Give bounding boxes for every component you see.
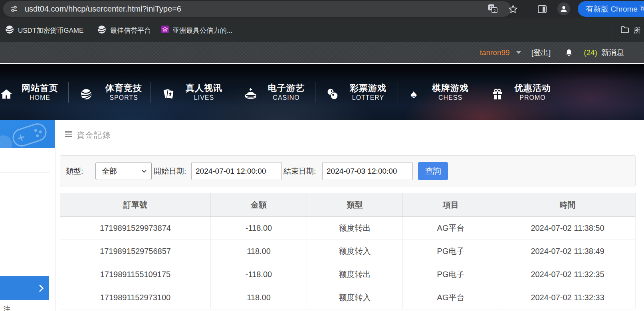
col-header-item: 項目 <box>403 193 499 216</box>
url-text[interactable]: usdt04.com/hhcp/usercenter.html?iniType=… <box>25 0 181 18</box>
title-divider <box>60 151 636 151</box>
all-bookmarks-label: 所 <box>634 26 640 35</box>
globe-favicon-icon <box>5 25 14 36</box>
sidebar-border <box>55 148 55 311</box>
start-date-label: 開始日期: <box>154 162 186 180</box>
nav-item-casino[interactable]: 电子游艺 <box>246 82 326 94</box>
col-header-type: 類型 <box>307 193 403 216</box>
cell-type: 额度转入 <box>307 240 403 263</box>
list-icon <box>65 131 72 138</box>
folder-icon <box>620 25 630 36</box>
col-header-amount: 金額 <box>211 193 307 216</box>
col-header-order: 訂單號 <box>60 193 211 216</box>
table-row: 1719891155109175 -118.00 额度转出 PG电子 2024-… <box>60 263 636 286</box>
cell-item: PG电子 <box>403 263 499 286</box>
sidebar-divider <box>0 172 50 173</box>
bookmarks-bar: USDT加密货币GAME 最佳信誉平台 亚洲最具公信力的... <box>0 18 644 42</box>
nav-item-sports-sub[interactable]: SPORTS <box>84 94 164 101</box>
bookmark-label: 最佳信誉平台 <box>110 26 151 35</box>
cell-order-no: 1719891155109175 <box>60 263 211 286</box>
userbar-divider <box>558 48 558 57</box>
chevron-down-icon <box>141 168 147 174</box>
nav-item-casino-sub[interactable]: CASINO <box>246 94 326 101</box>
chevron-right-icon <box>36 283 46 293</box>
type-select-value: 全部 <box>102 166 117 176</box>
main-nav: 网站首页 HOME 体育竞技 SPORTS 真人视讯 <box>0 64 644 120</box>
cell-item: AG平台 <box>403 217 499 240</box>
cell-order-no: 1719891529756857 <box>60 240 211 263</box>
all-bookmarks-button[interactable]: 所 <box>620 18 640 42</box>
start-date-input[interactable] <box>191 162 282 180</box>
type-select[interactable]: 全部 <box>95 162 152 180</box>
unread-label[interactable]: 新消息 <box>601 48 624 58</box>
bookmark-star-icon[interactable] <box>508 4 518 16</box>
cell-type: 额度转出 <box>307 217 403 240</box>
cell-time: 2024-07-02 11:32:33 <box>499 286 636 309</box>
nav-item-chess-sub[interactable]: CHESS <box>410 94 490 101</box>
nav-item-sports[interactable]: 体育竞技 <box>84 82 164 94</box>
table-row: 1719891529973874 -118.00 额度转出 AG平台 2024-… <box>60 217 636 240</box>
translate-icon[interactable]: G 文 <box>487 4 498 16</box>
globe-favicon-icon <box>97 25 107 36</box>
cell-time: 2024-07-02 11:38:50 <box>499 217 636 240</box>
bookmark-label: USDT加密货币GAME <box>18 26 83 35</box>
sidebar-expand-button[interactable] <box>0 276 49 300</box>
flower-favicon-icon <box>161 26 169 35</box>
query-button[interactable]: 查詢 <box>418 162 448 180</box>
cell-amount: -118.00 <box>211 263 307 286</box>
browser-toolbar: usdt04.com/hhcp/usercenter.html?iniType=… <box>0 0 644 18</box>
nav-item-home[interactable]: 网站首页 <box>0 82 80 94</box>
nav-item-lottery-sub[interactable]: LOTTERY <box>328 94 408 101</box>
cell-amount: 118.00 <box>211 240 307 263</box>
type-label: 類型: <box>66 162 83 180</box>
chrome-update-button[interactable]: 有新版 Chrome 可 <box>578 1 644 17</box>
cell-order-no: 1719891152973100 <box>60 286 211 309</box>
username-link[interactable]: tanron99 <box>480 48 510 57</box>
cell-amount: 118.00 <box>211 286 307 309</box>
cell-item: AG平台 <box>403 286 499 309</box>
cell-type: 额度转入 <box>307 286 403 309</box>
table-row: 1719891152973100 118.00 额度转入 AG平台 2024-0… <box>60 286 636 309</box>
nav-item-lives[interactable]: 真人视讯 <box>164 82 244 94</box>
svg-text:文: 文 <box>493 9 497 13</box>
cell-order-no: 1719891529973874 <box>60 217 211 240</box>
side-panel-icon[interactable] <box>537 4 547 16</box>
table-row: 1719891529756857 118.00 额度转入 PG电子 2024-0… <box>60 240 636 263</box>
sidebar-partial-text: 注 <box>3 304 11 311</box>
nav-item-chess[interactable]: 棋牌游戏 <box>410 82 490 94</box>
nav-item-promo-sub[interactable]: PROMO <box>493 94 573 101</box>
sidebar-banner <box>0 120 55 148</box>
cell-time: 2024-07-02 11:32:35 <box>499 263 636 286</box>
funds-record-table: 訂單號 金額 類型 項目 時間 1719891529973874 -118.00… <box>60 193 636 309</box>
col-header-time: 時間 <box>499 193 636 216</box>
screenshot-root: usdt04.com/hhcp/usercenter.html?iniType=… <box>0 0 644 311</box>
logout-link[interactable]: [登出] <box>531 48 551 58</box>
end-date-label: 結束日期: <box>283 162 316 180</box>
site-user-bar: tanron99 [登出] (24) 新消息 <box>0 42 644 63</box>
cell-type: 额度转出 <box>307 263 403 286</box>
nav-item-lottery[interactable]: 彩票游戏 <box>328 82 408 94</box>
nav-item-promo[interactable]: 优惠活动 <box>493 82 573 94</box>
bookmark-item[interactable]: 最佳信誉平台 <box>97 18 151 42</box>
end-date-input[interactable] <box>322 162 413 180</box>
profile-avatar[interactable] <box>557 2 570 15</box>
bookmarks-divider <box>612 25 612 36</box>
bookmark-label: 亚洲最具公信力的... <box>172 26 232 35</box>
table-header-row: 訂單號 金額 類型 項目 時間 <box>60 193 636 217</box>
filter-panel: 類型: 全部 開始日期: 結束日期: 查詢 <box>60 155 636 186</box>
cell-time: 2024-07-02 11:38:49 <box>499 240 636 263</box>
cell-item: PG电子 <box>403 240 499 263</box>
unread-count[interactable]: (24) <box>584 48 597 57</box>
bookmark-item[interactable]: USDT加密货币GAME <box>5 18 83 42</box>
bell-icon[interactable] <box>565 48 573 57</box>
site-settings-icon[interactable] <box>10 4 18 15</box>
nav-item-lives-sub[interactable]: LIVES <box>164 94 244 101</box>
nav-item-home-sub[interactable]: HOME <box>0 94 80 101</box>
page-title: 資金記錄 <box>77 130 111 141</box>
bookmark-item[interactable]: 亚洲最具公信力的... <box>161 18 232 42</box>
chevron-down-icon[interactable] <box>516 51 521 54</box>
cell-amount: -118.00 <box>211 217 307 240</box>
